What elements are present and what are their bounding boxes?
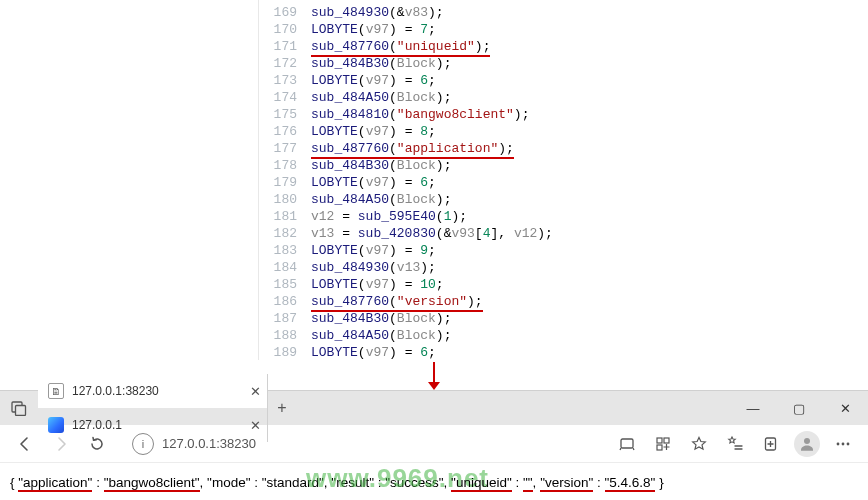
code-line: 181v12 = sub_595E40(1); (259, 208, 868, 225)
code-line: 178sub_484B30(Block); (259, 157, 868, 174)
code-text: v13 = sub_420830(&v93[4], v12); (311, 225, 553, 242)
code-text: sub_484A50(Block); (311, 89, 451, 106)
svg-rect-3 (657, 438, 662, 443)
favorites-list-icon[interactable] (718, 429, 752, 459)
tab-title: 127.0.0.1 (72, 418, 247, 432)
code-text: sub_484930(&v83); (311, 4, 444, 21)
favorites-star-icon[interactable] (682, 429, 716, 459)
tab-actions-button[interactable] (0, 400, 38, 416)
line-number: 171 (259, 38, 311, 55)
code-text: LOBYTE(v97) = 8; (311, 123, 436, 140)
code-text: LOBYTE(v97) = 7; (311, 21, 436, 38)
code-text: sub_484B30(Block); (311, 55, 451, 72)
tab-close-button[interactable]: ✕ (247, 383, 263, 399)
code-text: sub_484A50(Block); (311, 327, 451, 344)
browser-window: 🗎127.0.0.1:38230✕127.0.0.1✕ + — ▢ ✕ i 12… (0, 390, 868, 500)
edge-icon (48, 417, 64, 433)
settings-more-button[interactable] (826, 429, 860, 459)
svg-rect-5 (657, 445, 662, 450)
code-text: sub_484810("bangwo8client"); (311, 106, 529, 123)
json-key: "mode" (207, 475, 250, 490)
red-arrow-down-icon (428, 362, 440, 390)
profile-avatar[interactable] (790, 429, 824, 459)
line-number: 170 (259, 21, 311, 38)
json-value: "success" (385, 475, 443, 490)
line-number: 181 (259, 208, 311, 225)
window-close-button[interactable]: ✕ (822, 391, 868, 425)
browser-tab[interactable]: 127.0.0.1✕ (38, 408, 268, 442)
svg-rect-4 (664, 438, 669, 443)
new-tab-button[interactable]: + (268, 399, 296, 417)
line-number: 173 (259, 72, 311, 89)
read-aloud-icon[interactable] (610, 429, 644, 459)
tab-close-button[interactable]: ✕ (247, 417, 263, 433)
line-number: 175 (259, 106, 311, 123)
code-line: 187sub_484B30(Block); (259, 310, 868, 327)
decompiler-code-pane: 169sub_484930(&v83);170LOBYTE(v97) = 7;1… (258, 0, 868, 360)
code-line: 185LOBYTE(v97) = 10; (259, 276, 868, 293)
code-line: 175sub_484810("bangwo8client"); (259, 106, 868, 123)
code-line: 172sub_484B30(Block); (259, 55, 868, 72)
json-key: "application" (18, 475, 92, 490)
json-key: "version" (540, 475, 593, 490)
code-text: LOBYTE(v97) = 6; (311, 344, 436, 361)
code-line: 189LOBYTE(v97) = 6; (259, 344, 868, 361)
line-number: 185 (259, 276, 311, 293)
code-line: 186sub_487760("version"); (259, 293, 868, 310)
line-number: 189 (259, 344, 311, 361)
collections-icon[interactable] (754, 429, 788, 459)
code-line: 174sub_484A50(Block); (259, 89, 868, 106)
json-response-text: { "application" : "bangwo8client", "mode… (10, 475, 664, 490)
code-text: LOBYTE(v97) = 6; (311, 174, 436, 191)
svg-point-7 (804, 438, 810, 444)
code-line: 183LOBYTE(v97) = 9; (259, 242, 868, 259)
window-minimize-button[interactable]: — (730, 391, 776, 425)
code-text: sub_487760("version"); (311, 293, 483, 310)
line-number: 183 (259, 242, 311, 259)
line-number: 186 (259, 293, 311, 310)
code-line: 171sub_487760("uniqueid"); (259, 38, 868, 55)
code-text: v12 = sub_595E40(1); (311, 208, 467, 225)
window-maximize-button[interactable]: ▢ (776, 391, 822, 425)
line-number: 187 (259, 310, 311, 327)
code-line: 169sub_484930(&v83); (259, 4, 868, 21)
json-value: "standard" (262, 475, 324, 490)
line-number: 174 (259, 89, 311, 106)
json-value: "" (523, 475, 533, 490)
line-number: 177 (259, 140, 311, 157)
json-key: "uniqueid" (451, 475, 512, 490)
code-text: LOBYTE(v97) = 6; (311, 72, 436, 89)
browser-content: www.9969.net { "application" : "bangwo8c… (0, 463, 868, 500)
line-number: 176 (259, 123, 311, 140)
json-value: "5.4.6.8" (605, 475, 656, 490)
code-line: 180sub_484A50(Block); (259, 191, 868, 208)
line-number: 179 (259, 174, 311, 191)
tab-title: 127.0.0.1:38230 (72, 384, 247, 398)
line-number: 188 (259, 327, 311, 344)
json-value: "bangwo8client" (104, 475, 200, 490)
code-text: sub_484A50(Block); (311, 191, 451, 208)
page-icon: 🗎 (48, 383, 64, 399)
code-line: 170LOBYTE(v97) = 7; (259, 21, 868, 38)
code-text: sub_487760("uniqueid"); (311, 38, 490, 55)
code-line: 176LOBYTE(v97) = 8; (259, 123, 868, 140)
code-text: sub_484B30(Block); (311, 310, 451, 327)
back-button[interactable] (8, 429, 42, 459)
line-number: 182 (259, 225, 311, 242)
code-line: 173LOBYTE(v97) = 6; (259, 72, 868, 89)
svg-rect-1 (16, 406, 26, 416)
line-number: 184 (259, 259, 311, 276)
line-number: 180 (259, 191, 311, 208)
code-line: 184sub_484930(v13); (259, 259, 868, 276)
svg-point-9 (842, 442, 845, 445)
svg-point-8 (837, 442, 840, 445)
browser-tab-bar: 🗎127.0.0.1:38230✕127.0.0.1✕ + — ▢ ✕ (0, 391, 868, 425)
browser-tab[interactable]: 🗎127.0.0.1:38230✕ (38, 374, 268, 408)
line-number: 172 (259, 55, 311, 72)
apps-icon[interactable] (646, 429, 680, 459)
code-line: 182v13 = sub_420830(&v93[4], v12); (259, 225, 868, 242)
svg-rect-2 (621, 439, 633, 448)
code-text: sub_487760("application"); (311, 140, 514, 157)
code-line: 188sub_484A50(Block); (259, 327, 868, 344)
code-line: 179LOBYTE(v97) = 6; (259, 174, 868, 191)
